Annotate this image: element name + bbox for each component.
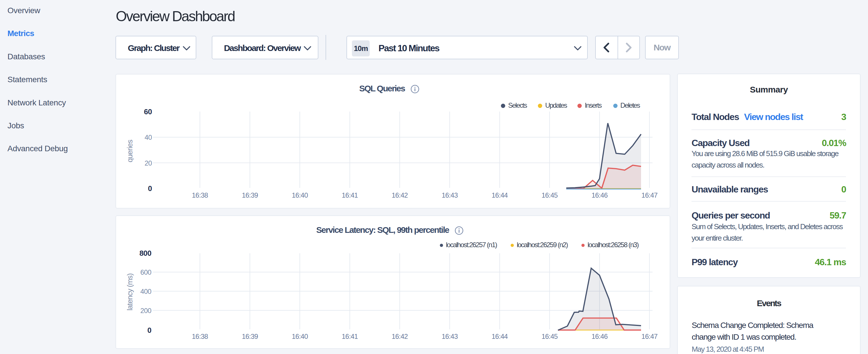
svg-text:0: 0 <box>147 326 151 334</box>
svg-text:16:39: 16:39 <box>242 332 258 340</box>
svg-text:16:46: 16:46 <box>591 332 608 340</box>
svg-text:16:41: 16:41 <box>342 191 358 199</box>
svg-text:800: 800 <box>139 249 151 257</box>
svg-text:16:38: 16:38 <box>192 332 208 340</box>
svg-text:16:40: 16:40 <box>292 332 308 340</box>
svg-text:16:44: 16:44 <box>492 332 508 340</box>
svg-text:400: 400 <box>141 288 151 295</box>
svg-text:16:47: 16:47 <box>641 332 658 340</box>
svg-text:40: 40 <box>145 133 152 141</box>
svg-text:16:47: 16:47 <box>641 191 658 199</box>
svg-text:16:40: 16:40 <box>292 191 308 199</box>
svg-text:600: 600 <box>141 268 151 276</box>
svg-text:16:42: 16:42 <box>392 332 408 340</box>
svg-text:0: 0 <box>148 184 152 193</box>
svg-text:60: 60 <box>144 107 152 116</box>
svg-text:16:43: 16:43 <box>442 332 458 340</box>
svg-text:16:45: 16:45 <box>541 191 558 199</box>
svg-text:200: 200 <box>141 307 151 315</box>
svg-text:16:38: 16:38 <box>192 191 208 199</box>
svg-text:16:43: 16:43 <box>442 191 458 199</box>
svg-text:20: 20 <box>145 159 152 167</box>
svg-text:16:46: 16:46 <box>591 191 608 199</box>
svg-text:16:44: 16:44 <box>492 191 508 199</box>
svg-text:16:41: 16:41 <box>342 332 358 340</box>
svg-text:16:45: 16:45 <box>541 332 558 340</box>
svg-text:16:39: 16:39 <box>242 191 258 199</box>
svg-text:16:42: 16:42 <box>392 191 408 199</box>
